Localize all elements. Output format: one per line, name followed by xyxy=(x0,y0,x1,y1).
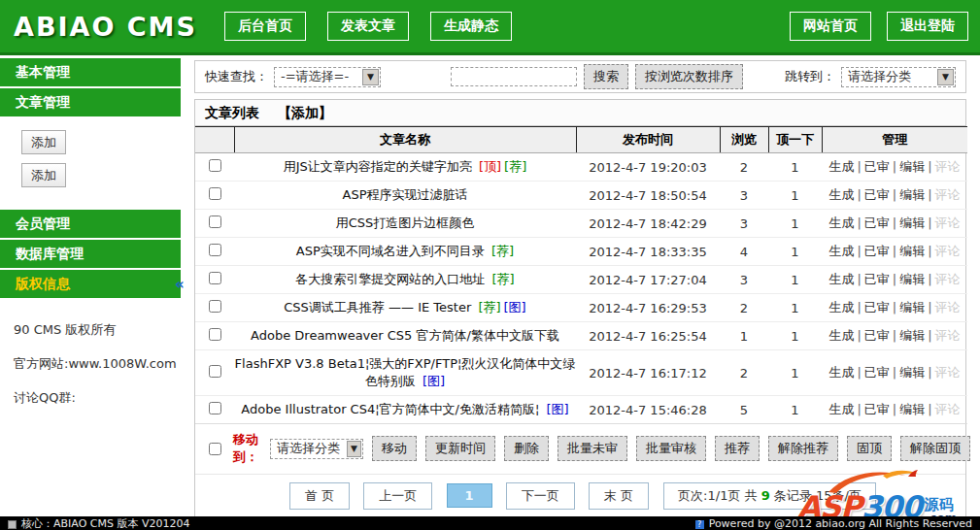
manage-link-1[interactable]: 已审 xyxy=(864,402,890,416)
manage-link-0[interactable]: 生成 xyxy=(828,272,854,286)
manage-link-0[interactable]: 生成 xyxy=(828,300,854,315)
manage-link-0[interactable]: 生成 xyxy=(828,328,854,343)
core-icon xyxy=(8,520,17,529)
article-title-link[interactable]: CSS调试工具推荐 —— IE Tester [荐][图] xyxy=(284,300,525,315)
sidebar-group-member[interactable]: 会员管理 xyxy=(0,210,181,238)
batch-unapprove-button[interactable]: 批量未审 xyxy=(558,436,627,461)
manage-link-1[interactable]: 已审 xyxy=(864,365,890,380)
article-title-link[interactable]: ASP实现不同域名进入到不同目录 [荐] xyxy=(296,244,514,258)
manage-link-2[interactable]: 编辑 xyxy=(899,159,925,174)
manage-link-1[interactable]: 已审 xyxy=(864,272,890,286)
manage-link-0[interactable]: 生成 xyxy=(828,159,854,174)
quick-category-select[interactable]: -=请选择=- ▼ xyxy=(274,67,381,87)
unpin-button[interactable]: 解除固顶 xyxy=(900,436,970,461)
article-title-link[interactable]: 用JS让文章内容指定的关键字加亮 [顶][荐] xyxy=(284,159,527,174)
row-checkbox[interactable] xyxy=(209,402,221,414)
manage-link-3[interactable]: 评论 xyxy=(935,402,961,416)
article-title-link[interactable]: 用CSS打造图片边框颜色 xyxy=(336,215,475,230)
current-page-button[interactable]: 1 xyxy=(447,483,492,508)
manage-link-2[interactable]: 编辑 xyxy=(899,215,925,230)
submenu-article-add-button[interactable]: 添加 xyxy=(21,163,66,187)
manage-link-2[interactable]: 编辑 xyxy=(899,272,925,286)
nav-generate-static-button[interactable]: 生成静态 xyxy=(430,12,512,41)
manage-link-1[interactable]: 已审 xyxy=(864,244,890,258)
article-title-link[interactable]: 各大搜索引擎提交网站的入口地址 [荐] xyxy=(295,272,514,286)
sidebar-group-basic[interactable]: 基本管理 xyxy=(0,58,181,86)
pin-button[interactable]: 固顶 xyxy=(847,436,892,461)
sort-by-views-button[interactable]: 按浏览次数排序 xyxy=(635,64,743,89)
manage-link-0[interactable]: 生成 xyxy=(828,215,854,230)
move-button[interactable]: 移动 xyxy=(372,436,417,461)
article-title-link[interactable]: FlashFXP V3.8 Beta1¦强大的FXP/FTP¦烈火汉化简体中文绿… xyxy=(235,356,576,388)
manage-link-1[interactable]: 已审 xyxy=(864,300,890,315)
manage-link-1[interactable]: 已审 xyxy=(864,159,890,174)
delete-button[interactable]: 删除 xyxy=(504,436,549,461)
manage-link-0[interactable]: 生成 xyxy=(828,365,854,380)
first-page-button[interactable]: 首 页 xyxy=(289,482,350,510)
row-checkbox[interactable] xyxy=(209,159,221,172)
manage-link-1[interactable]: 已审 xyxy=(864,215,890,230)
manage-link-3[interactable]: 评论 xyxy=(935,300,961,315)
table-row: 用CSS打造图片边框颜色 2012-4-7 18:42:29 3 1 生成|已审… xyxy=(195,210,967,238)
prev-page-button[interactable]: 上一页 xyxy=(363,482,432,510)
nav-logout-button[interactable]: 退出登陆 xyxy=(887,12,968,41)
select-all-checkbox[interactable] xyxy=(209,443,221,455)
batch-approve-button[interactable]: 批量审核 xyxy=(636,436,706,461)
manage-link-3[interactable]: 评论 xyxy=(935,272,961,286)
manage-link-3[interactable]: 评论 xyxy=(935,187,961,202)
article-title-link[interactable]: Adobe Dreamweaver CS5 官方简体/繁体中文版下载 xyxy=(251,328,559,343)
manage-link-3[interactable]: 评论 xyxy=(935,244,961,258)
jump-category-select[interactable]: 请选择分类 ▼ xyxy=(841,67,956,87)
manage-link-3[interactable]: 评论 xyxy=(935,215,961,230)
article-title-link[interactable]: Adobe Illustrator CS4¦官方简体中文/免激活精简版¦ [图] xyxy=(241,402,568,416)
sidebar-group-article[interactable]: 文章管理 xyxy=(0,88,181,116)
manage-link-2[interactable]: 编辑 xyxy=(899,365,925,380)
move-category-select[interactable]: 请选择分类 ▼ xyxy=(270,439,363,459)
article-manage: 生成|已审|编辑|评论 xyxy=(822,238,967,266)
table-row: 用JS让文章内容指定的关键字加亮 [顶][荐] 2012-4-7 19:20:0… xyxy=(195,153,967,182)
article-digg: 1 xyxy=(768,210,822,238)
sidebar-collapse-icon[interactable]: « xyxy=(175,276,185,293)
row-checkbox[interactable] xyxy=(209,215,221,228)
manage-link-3[interactable]: 评论 xyxy=(935,159,961,174)
manage-link-0[interactable]: 生成 xyxy=(828,402,854,416)
unrecommend-button[interactable]: 解除推荐 xyxy=(768,436,838,461)
qq-group-line: 讨论QQ群: xyxy=(14,389,181,407)
manage-link-3[interactable]: 评论 xyxy=(935,328,961,343)
manage-link-1[interactable]: 已审 xyxy=(864,328,890,343)
manage-link-3[interactable]: 评论 xyxy=(935,365,961,380)
nav-site-home-button[interactable]: 网站首页 xyxy=(790,12,871,41)
manage-link-2[interactable]: 编辑 xyxy=(899,187,925,202)
manage-link-0[interactable]: 生成 xyxy=(828,187,854,202)
row-checkbox[interactable] xyxy=(209,328,221,341)
manage-link-1[interactable]: 已审 xyxy=(864,187,890,202)
manage-link-2[interactable]: 编辑 xyxy=(899,328,925,343)
article-title-text: 用CSS打造图片边框颜色 xyxy=(336,215,475,230)
submenu-column-add-button[interactable]: 添加 xyxy=(21,130,66,154)
add-article-link[interactable]: 【添加】 xyxy=(278,105,332,120)
update-time-button[interactable]: 更新时间 xyxy=(425,436,495,461)
nav-publish-article-button[interactable]: 发表文章 xyxy=(327,12,409,41)
article-tags: [荐][图] xyxy=(475,300,525,315)
manage-link-2[interactable]: 编辑 xyxy=(899,244,925,258)
recommend-button[interactable]: 推荐 xyxy=(715,436,760,461)
manage-link-2[interactable]: 编辑 xyxy=(899,402,925,416)
sidebar-group-database[interactable]: 数据库管理 xyxy=(0,240,181,268)
row-checkbox[interactable] xyxy=(209,272,221,284)
chevron-down-icon: ▼ xyxy=(362,69,379,85)
row-checkbox[interactable] xyxy=(209,365,221,378)
table-row: Adobe Dreamweaver CS5 官方简体/繁体中文版下载 2012-… xyxy=(195,322,967,350)
nav-backend-home-button[interactable]: 后台首页 xyxy=(224,12,306,41)
row-checkbox[interactable] xyxy=(209,300,221,313)
row-checkbox[interactable] xyxy=(209,187,221,200)
search-button[interactable]: 搜索 xyxy=(584,64,628,89)
last-page-button[interactable]: 末 页 xyxy=(589,482,649,510)
manage-link-0[interactable]: 生成 xyxy=(828,244,854,258)
next-page-button[interactable]: 下一页 xyxy=(506,482,575,510)
row-checkbox[interactable] xyxy=(209,244,221,256)
sidebar-group-copyright[interactable]: 版权信息 xyxy=(0,270,181,298)
search-input[interactable] xyxy=(451,67,577,86)
article-manage: 生成|已审|编辑|评论 xyxy=(822,396,967,424)
article-title-link[interactable]: ASP程序实现过滤脏话 xyxy=(343,187,468,202)
manage-link-2[interactable]: 编辑 xyxy=(899,300,925,315)
